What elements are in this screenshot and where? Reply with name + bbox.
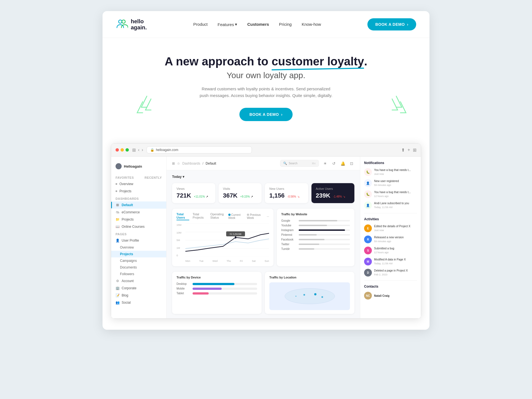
nav-product[interactable]: Product xyxy=(193,22,208,27)
trend-down-icon: ↘ xyxy=(343,195,345,198)
notifications-panel: Notifications 🐛 You have a bug that need… xyxy=(360,157,421,318)
main-header-left: ⊞ ☆ Dashboards / Default xyxy=(172,162,216,165)
browser-dot-fullscreen[interactable] xyxy=(126,148,129,152)
browser-dot-close[interactable] xyxy=(116,148,119,152)
tab-total-users[interactable]: Total Users xyxy=(177,213,189,220)
history-icon[interactable]: ↺ xyxy=(331,161,337,166)
book-icon: 📖 xyxy=(116,225,119,229)
stats-row: Views 721K +11.01% ↗ Visits 367K +9 xyxy=(172,183,354,203)
breadcrumb-dashboards[interactable]: Dashboards xyxy=(182,162,200,165)
sidebar-item-corporate[interactable]: 🏢 Corporate xyxy=(111,285,166,292)
device-bars: Desktop Mobile xyxy=(177,282,257,295)
sidebar-sub-projects[interactable]: Projects xyxy=(111,251,166,257)
corporate-icon: 🏢 xyxy=(116,286,119,290)
chart-legend: Current Week Previous Week ··· xyxy=(228,213,269,219)
hero-section: A new approach to customer loyalty. Your… xyxy=(103,38,429,143)
traffic-by-website-chart: Traffic by Website Google xyxy=(277,209,354,266)
sidebar-item-user-profile[interactable]: 👤 User Profile xyxy=(111,237,166,244)
bell-icon[interactable]: 🔔 xyxy=(340,161,346,166)
traffic-item-pinterest: Pinterest xyxy=(281,233,350,236)
lock-icon: 🔒 xyxy=(150,148,154,152)
sidebar-item-overview[interactable]: Overview xyxy=(111,180,166,188)
sidebar-item-online-courses[interactable]: 📖 Online Courses xyxy=(111,223,166,230)
settings-icon[interactable]: ☀ xyxy=(322,161,328,166)
sidebar-item-blog[interactable]: 📝 Blog xyxy=(111,292,166,299)
activity-avatar-4: D xyxy=(364,269,372,277)
tab-total-projects[interactable]: Total Projects xyxy=(193,213,207,220)
date-filter[interactable]: Today ▾ xyxy=(172,175,354,179)
svg-point-14 xyxy=(321,296,323,298)
browser-grid-icon[interactable]: ⊞ xyxy=(413,147,416,153)
device-chart-title: Traffic by Device xyxy=(177,276,257,279)
sidebar-item-projects-dash[interactable]: 📁 Projects xyxy=(111,216,166,223)
browser-url-bar[interactable]: 🔒 helloagain.com xyxy=(147,146,252,154)
svg-text:Fri: 5,256,598: Fri: 5,256,598 xyxy=(230,233,241,236)
nav-knowhow[interactable]: Know-how xyxy=(302,22,321,27)
contact-name-0: Natali Craig xyxy=(374,294,390,297)
svg-point-11 xyxy=(303,294,305,296)
traffic-item-facebook: Facebook xyxy=(281,238,350,241)
logo: hello again. xyxy=(116,18,147,31)
traffic-row: Google Youtube xyxy=(281,219,350,250)
map-placeholder xyxy=(269,282,350,310)
browser-back-icon[interactable]: ‹ xyxy=(138,147,139,152)
sidebar-sub-campaigns[interactable]: Campaigns xyxy=(111,257,166,264)
stat-change-views: +11.01% xyxy=(194,195,205,198)
browser-forward-icon[interactable]: › xyxy=(142,147,143,152)
traffic-device-chart: Traffic by Device Desktop Mobile xyxy=(172,272,262,314)
hero-underline: customer loyalty xyxy=(272,55,364,68)
nav-pricing[interactable]: Pricing xyxy=(279,22,292,27)
stat-change-visits: +9.15% xyxy=(240,195,250,198)
browser-share-icon[interactable]: ⬆ xyxy=(401,147,405,153)
main-header-right: 🔍 Search ⌘K ☀ ↺ 🔔 ⊡ xyxy=(280,160,354,167)
contact-item-0: NC Natali Craig xyxy=(364,292,417,300)
chart-more-icon[interactable]: ··· xyxy=(267,215,269,218)
activity-time-0: Just now xyxy=(374,229,410,232)
page-wrapper: hello again. Product Features ▾ Customer… xyxy=(103,11,429,330)
tab-operating-status[interactable]: Operating Status xyxy=(210,213,228,220)
sidebar-item-account[interactable]: ⚙ Account xyxy=(111,277,166,285)
sidebar-sub-documents[interactable]: Documents xyxy=(111,264,166,271)
sidebar-sub-followers[interactable]: Followers xyxy=(111,271,166,277)
user-profile-icon: 👤 xyxy=(116,239,119,242)
deco-left-arrows xyxy=(136,93,158,122)
activity-item-3: M Modified A data in Page X Today, 11:59… xyxy=(364,258,417,265)
svg-point-12 xyxy=(314,293,316,295)
browser-newtab-icon[interactable]: + xyxy=(408,147,410,153)
expand-icon[interactable]: ⊞ xyxy=(172,162,175,165)
activity-avatar-2: S xyxy=(364,247,372,254)
legend-dot-prev: Previous Week xyxy=(247,213,264,219)
sidebar-item-ecommerce[interactable]: 🛍 eCommerce xyxy=(111,209,166,216)
content-body: Today ▾ Views 721K +11.01% ↗ xyxy=(167,170,360,318)
fullscreen-icon[interactable]: ⊡ xyxy=(349,161,354,166)
stat-card-visits: Visits 367K +9.15% ↗ xyxy=(219,183,262,203)
contact-avatar-0: NC xyxy=(364,292,372,300)
traffic-item-tumblr: Tumblr xyxy=(281,247,350,250)
bug-icon-2: 🐛 xyxy=(364,190,372,198)
divider-2 xyxy=(364,280,417,281)
notif-time-2: 12 hours ago xyxy=(374,195,411,198)
search-placeholder: Search xyxy=(289,162,298,165)
device-bar-tablet: Tablet xyxy=(177,292,257,295)
sidebar-sub-overview[interactable]: Overview xyxy=(111,244,166,251)
hero-subtitle: Your own loyalty app. xyxy=(116,71,416,80)
svg-point-1 xyxy=(122,20,125,23)
notif-text-1: New user registered xyxy=(374,179,399,183)
activity-text-4: Deleted a page in Project X xyxy=(374,269,408,273)
nav-features[interactable]: Features ▾ xyxy=(218,22,237,27)
hero-cta-button[interactable]: BOOK A DEMO › xyxy=(239,108,293,121)
sidebar-item-social[interactable]: 👥 Social xyxy=(111,299,166,306)
browser-dot-minimize[interactable] xyxy=(121,148,124,152)
chart-svg: Fri: 5,256,598 xyxy=(185,224,269,257)
notif-text-2: You have a bug that needs t... xyxy=(374,190,411,194)
search-bar[interactable]: 🔍 Search ⌘K xyxy=(280,160,319,167)
sidebar-toggle-icon[interactable]: ⊞ xyxy=(132,147,136,153)
bullet-icon xyxy=(116,183,117,185)
sidebar-item-projects-fav[interactable]: Projects xyxy=(111,188,166,195)
navbar-book-demo-button[interactable]: BOOK A DEMO › xyxy=(367,18,416,30)
nav-customers[interactable]: Customers xyxy=(247,22,269,27)
star-icon[interactable]: ☆ xyxy=(177,162,180,165)
hero-description: Reward customers with loyalty points & i… xyxy=(200,86,332,99)
sidebar-item-default[interactable]: ⊞ Default xyxy=(111,201,166,209)
bottom-charts-row: Traffic by Device Desktop Mobile xyxy=(172,272,354,314)
